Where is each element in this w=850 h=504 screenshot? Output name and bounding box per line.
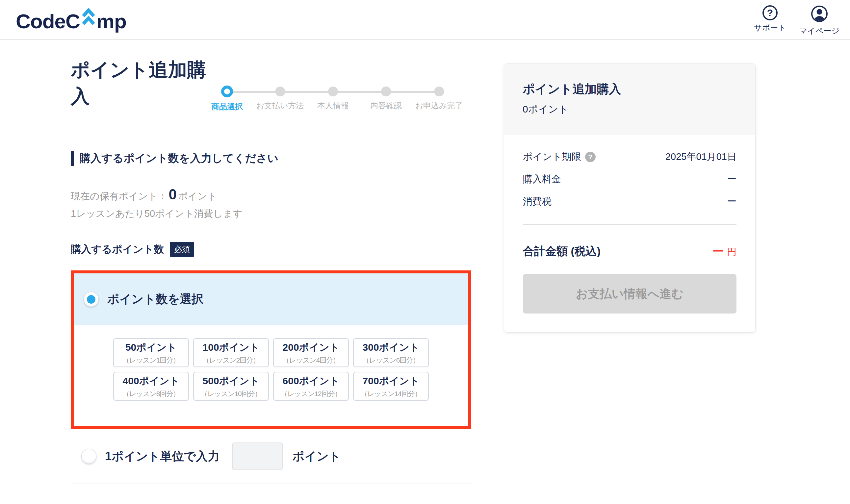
support-label: サポート [754, 22, 786, 33]
summary-row-tax: 消費税 ー [523, 195, 737, 208]
step-circle [434, 87, 444, 96]
help-icon[interactable]: ? [585, 152, 596, 162]
step-payment-method: お支払い方法 [256, 84, 304, 111]
order-summary-card: ポイント追加購入 0ポイント ポイント期限 ? 2025年01月01日 購入料金… [504, 64, 756, 332]
section-divider [71, 484, 471, 484]
question-icon: ? [762, 5, 778, 20]
page-title: ポイント追加購入 [71, 57, 219, 109]
summary-row-price: 購入料金 ー [523, 173, 737, 186]
point-button-600[interactable]: 600ポイント （レッスン12回分） [273, 372, 349, 401]
buy-points-label-row: 購入するポイント数 必須 [71, 242, 194, 257]
codecamp-logo[interactable]: CodeC mp [16, 7, 126, 35]
summary-points: 0ポイント [523, 103, 737, 116]
app-header: CodeC mp ? サポート [0, 0, 850, 40]
radio-selected-dot [87, 295, 95, 304]
total-amount: ー 円 [712, 244, 737, 259]
step-product-select: 商品選択 [211, 84, 243, 112]
step-confirm: 内容確認 [370, 84, 402, 111]
step-circle [275, 87, 285, 96]
header-nav: ? サポート マイページ [754, 5, 839, 36]
section-heading: 購入するポイント数を入力してください [71, 151, 278, 166]
radio-select-points[interactable] [84, 292, 99, 307]
point-button-700[interactable]: 700ポイント （レッスン14回分） [353, 372, 429, 401]
logo-chevron-icon [82, 7, 95, 31]
required-badge: 必須 [170, 242, 194, 257]
manual-points-input[interactable] [232, 443, 283, 470]
point-button-200[interactable]: 200ポイント （レッスン4回分） [273, 338, 349, 367]
proceed-to-payment-button[interactable]: お支払い情報へ進む [523, 274, 737, 313]
manual-unit-label: ポイント [292, 448, 341, 465]
step-complete: お申込み完了 [415, 84, 463, 111]
mypage-nav-item[interactable]: マイページ [799, 5, 839, 36]
summary-body: ポイント期限 ? 2025年01月01日 購入料金 ー 消費税 ー 合計金額 (… [504, 150, 755, 313]
point-button-400[interactable]: 400ポイント （レッスン8回分） [113, 372, 189, 401]
radio-manual-input[interactable] [81, 449, 96, 464]
expiry-date-value: 2025年01月01日 [666, 150, 737, 163]
step-circle-active [221, 86, 233, 97]
option-select-header[interactable]: ポイント数を選択 [74, 273, 468, 325]
summary-row-expiry: ポイント期限 ? 2025年01月01日 [523, 150, 737, 163]
manual-input-option-row: 1ポイント単位で入力 ポイント [71, 442, 341, 471]
logo-text-left: CodeC [16, 10, 80, 33]
heading-accent-bar [71, 151, 74, 166]
consume-note: 1レッスンあたり50ポイント消費します [71, 207, 243, 220]
total-row: 合計金額 (税込) ー 円 [523, 244, 737, 259]
point-button-100[interactable]: 100ポイント （レッスン2回分） [193, 338, 269, 367]
user-icon [811, 5, 828, 24]
step-circle [381, 87, 391, 96]
current-points-line: 現在の保有ポイント： 0 ポイント [71, 186, 217, 203]
point-button-500[interactable]: 500ポイント （レッスン10回分） [193, 372, 269, 401]
point-button-300[interactable]: 300ポイント （レッスン6回分） [353, 338, 429, 367]
tax-value: ー [727, 195, 737, 208]
point-select-option-box: ポイント数を選択 50ポイント （レッスン1回分） 100ポイント （レッスン2… [71, 270, 471, 429]
current-points-value: 0 [169, 186, 176, 203]
summary-header: ポイント追加購入 0ポイント [504, 64, 755, 135]
summary-divider [523, 224, 737, 225]
point-buttons-grid: 50ポイント （レッスン1回分） 100ポイント （レッスン2回分） 200ポイ… [113, 338, 468, 401]
step-personal-info: 本人情報 [317, 84, 349, 111]
support-nav-item[interactable]: ? サポート [754, 5, 786, 36]
price-value: ー [727, 173, 737, 186]
point-purchase-page: CodeC mp ? サポート [0, 0, 850, 504]
summary-title: ポイント追加購入 [523, 81, 737, 97]
mypage-label: マイページ [799, 26, 839, 36]
point-button-50[interactable]: 50ポイント （レッスン1回分） [113, 338, 189, 367]
step-circle [328, 87, 338, 96]
progress-stepper: 商品選択 お支払い方法 本人情報 内容確認 お申込み完了 [208, 84, 475, 114]
logo-text-right: mp [96, 10, 126, 33]
